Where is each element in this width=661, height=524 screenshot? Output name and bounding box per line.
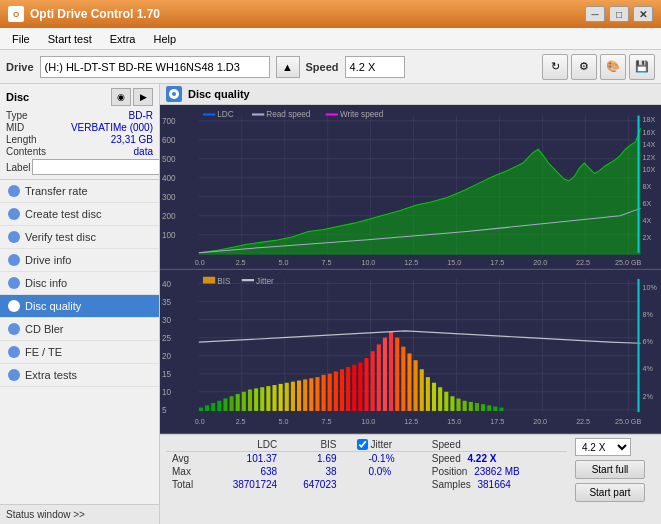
svg-text:8%: 8% xyxy=(643,310,654,319)
svg-text:17.5: 17.5 xyxy=(490,258,504,267)
svg-rect-107 xyxy=(395,337,399,410)
svg-rect-100 xyxy=(352,364,356,410)
svg-text:6X: 6X xyxy=(643,199,652,208)
nav-dot xyxy=(8,277,20,289)
jitter-avg: -0.1% xyxy=(362,452,425,466)
svg-text:400: 400 xyxy=(162,173,176,183)
menu-extra[interactable]: Extra xyxy=(102,31,144,47)
sidebar-item-transfer-rate[interactable]: Transfer rate xyxy=(0,180,159,203)
svg-text:12.5: 12.5 xyxy=(404,258,418,267)
menu-file[interactable]: File xyxy=(4,31,38,47)
maximize-button[interactable]: □ xyxy=(609,6,629,22)
svg-rect-120 xyxy=(475,403,479,411)
bis-header: BIS xyxy=(283,438,342,452)
svg-rect-109 xyxy=(407,353,411,411)
color-icon[interactable]: 🎨 xyxy=(600,54,626,80)
svg-text:18X: 18X xyxy=(643,115,656,124)
sidebar-item-fe-te[interactable]: FE / TE xyxy=(0,341,159,364)
svg-rect-99 xyxy=(346,366,350,410)
svg-rect-98 xyxy=(340,369,344,411)
svg-rect-124 xyxy=(499,407,503,410)
nav-label: FE / TE xyxy=(25,346,62,358)
svg-rect-89 xyxy=(285,382,289,410)
svg-text:16X: 16X xyxy=(643,127,656,136)
eject-button[interactable]: ▲ xyxy=(276,56,300,78)
sidebar-item-create-test-disc[interactable]: Create test disc xyxy=(0,203,159,226)
svg-rect-75 xyxy=(199,407,203,410)
settings-icon[interactable]: ⚙ xyxy=(571,54,597,80)
sidebar-item-cd-bler[interactable]: CD Bler xyxy=(0,318,159,341)
svg-rect-85 xyxy=(260,387,264,411)
type-label: Type xyxy=(6,110,28,121)
svg-text:5.0: 5.0 xyxy=(279,417,289,426)
svg-rect-152 xyxy=(242,279,254,281)
disc-icon-btn2[interactable]: ▶ xyxy=(133,88,153,106)
sidebar-item-disc-info[interactable]: Disc info xyxy=(0,272,159,295)
svg-text:BIS: BIS xyxy=(217,275,230,285)
nav-dot xyxy=(8,369,20,381)
svg-rect-94 xyxy=(315,377,319,411)
svg-text:700: 700 xyxy=(162,116,176,126)
svg-text:12X: 12X xyxy=(643,153,656,162)
close-button[interactable]: ✕ xyxy=(633,6,653,22)
disc-quality-header: Disc quality xyxy=(160,84,661,105)
svg-text:15: 15 xyxy=(162,368,171,378)
svg-rect-84 xyxy=(254,388,258,411)
chart-ldc: 700 600 500 400 300 200 100 18X 16X 14X … xyxy=(160,105,661,269)
svg-rect-113 xyxy=(432,382,436,410)
sidebar-item-disc-quality[interactable]: Disc quality xyxy=(0,295,159,318)
nav-label: Drive info xyxy=(25,254,71,266)
start-full-button[interactable]: Start full xyxy=(575,460,645,479)
refresh-icon[interactable]: ↻ xyxy=(542,54,568,80)
nav-label: Disc quality xyxy=(25,300,81,312)
speed-select[interactable]: 4.2 X xyxy=(345,56,405,78)
max-label: Max xyxy=(166,465,209,478)
svg-rect-81 xyxy=(236,394,240,411)
ldc-total: 38701724 xyxy=(209,478,283,491)
sidebar-item-extra-tests[interactable]: Extra tests xyxy=(0,364,159,387)
svg-text:40: 40 xyxy=(162,278,171,288)
menu-help[interactable]: Help xyxy=(145,31,184,47)
svg-rect-116 xyxy=(450,396,454,411)
svg-text:30: 30 xyxy=(162,314,171,324)
svg-rect-118 xyxy=(463,400,467,410)
jitter-label: Jitter xyxy=(371,439,393,450)
disc-icon-btn1[interactable]: ◉ xyxy=(111,88,131,106)
svg-rect-104 xyxy=(377,344,381,411)
label-key: Label xyxy=(6,162,30,173)
sidebar-item-verify-test-disc[interactable]: Verify test disc xyxy=(0,226,159,249)
title-bar: O Opti Drive Control 1.70 ─ □ ✕ xyxy=(0,0,661,28)
drive-bar: Drive (H:) HL-DT-ST BD-RE WH16NS48 1.D3 … xyxy=(0,50,661,84)
svg-text:6%: 6% xyxy=(643,337,654,346)
minimize-button[interactable]: ─ xyxy=(585,6,605,22)
svg-text:8X: 8X xyxy=(643,182,652,191)
svg-rect-106 xyxy=(389,332,393,411)
speed-select-stats[interactable]: 4.2 X xyxy=(575,438,631,456)
svg-rect-95 xyxy=(322,374,326,410)
svg-rect-52 xyxy=(252,113,264,115)
menu-start-test[interactable]: Start test xyxy=(40,31,100,47)
drive-select[interactable]: (H:) HL-DT-ST BD-RE WH16NS48 1.D3 xyxy=(40,56,270,78)
status-window-button[interactable]: Status window >> xyxy=(0,504,159,524)
svg-text:15.0: 15.0 xyxy=(447,417,461,426)
svg-text:300: 300 xyxy=(162,192,176,202)
svg-rect-50 xyxy=(203,113,215,115)
svg-rect-76 xyxy=(205,405,209,411)
save-icon[interactable]: 💾 xyxy=(629,54,655,80)
content-panel: Disc quality xyxy=(160,84,661,524)
mid-value: VERBATIMe (000) xyxy=(71,122,153,133)
svg-rect-102 xyxy=(364,357,368,410)
svg-rect-92 xyxy=(303,379,307,411)
sidebar-item-drive-info[interactable]: Drive info xyxy=(0,249,159,272)
svg-text:2%: 2% xyxy=(643,391,654,400)
stats-max-row: Max 638 38 0.0% Position 23862 MB xyxy=(166,465,567,478)
jitter-checkbox[interactable] xyxy=(357,439,368,450)
svg-text:10.0: 10.0 xyxy=(361,417,375,426)
svg-rect-111 xyxy=(420,369,424,411)
bis-total: 647023 xyxy=(283,478,342,491)
svg-rect-54 xyxy=(326,113,338,115)
position-label: Position xyxy=(432,466,468,477)
label-input[interactable] xyxy=(32,159,160,175)
start-part-button[interactable]: Start part xyxy=(575,483,645,502)
length-label: Length xyxy=(6,134,37,145)
